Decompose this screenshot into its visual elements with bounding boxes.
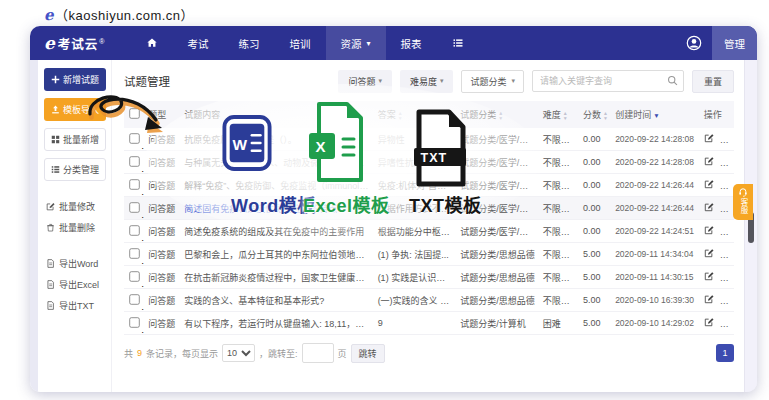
total-prefix: 共	[124, 347, 133, 360]
brand-e-glyph: e	[44, 6, 54, 24]
nav-item-label: 练习	[239, 36, 260, 51]
page-1-button[interactable]: 1	[716, 344, 734, 362]
row-checkbox[interactable]	[129, 317, 139, 327]
sort-icon[interactable]: ▲▼	[563, 111, 568, 120]
svg-text:X: X	[316, 138, 326, 155]
file-icon	[46, 280, 55, 289]
cell-score: 0.00	[579, 128, 611, 151]
search-input[interactable]	[532, 70, 684, 92]
page-size-select[interactable]: 10	[222, 344, 255, 362]
txt-template-icon: TXT	[412, 108, 468, 188]
row-checkbox[interactable]	[129, 271, 139, 281]
cell-question-content[interactable]: 实践的含义、基本特征和基本形式?	[180, 289, 373, 312]
cell-created-time: 2020-09-10 14:29:02	[611, 312, 700, 335]
sidebar-button-batch-add[interactable]: 批量新增	[44, 128, 106, 151]
scrollbar-track[interactable]	[744, 60, 757, 392]
reset-button[interactable]: 重置	[692, 70, 734, 93]
table-row[interactable]: 问答题 在抗击新冠肺炎疫情过程中，国家卫生健康委组织专家对医疗救治... (1)…	[124, 266, 734, 289]
user-avatar-icon[interactable]	[686, 35, 702, 51]
table-row[interactable]: 问答题 有以下程序，若运行时从键盘输入: 18,11，则程序的输出结果是 ...…	[124, 312, 734, 335]
column-header-label: 试题内容	[184, 110, 220, 120]
cell-created-time: 2020-09-10 16:39:30	[611, 289, 700, 312]
nav-item-label: 考试	[188, 36, 209, 51]
sidebar-button-template-import[interactable]: 模板导入	[44, 98, 106, 121]
cell-operations	[700, 174, 734, 197]
cell-question-content[interactable]: 简述免疫系统的组成及其在免疫中的主要作用	[180, 220, 373, 243]
nav-item-home[interactable]	[131, 26, 173, 60]
nav-item-resources[interactable]: 资源▾	[326, 26, 386, 60]
sort-icon[interactable]: ▲▼	[398, 111, 403, 120]
column-header[interactable]: 难度▲▼	[539, 101, 579, 128]
column-header-label: 题型	[148, 110, 166, 120]
question-type-dropdown[interactable]: 问答题▾	[338, 70, 392, 93]
content: 新增试题模板导入批量新增分类管理 批量修改批量删除 导出Word导出Excel导…	[38, 60, 744, 392]
cell-category: 试题分类/医学/免疫学/免...	[456, 220, 539, 243]
cell-question-type: 问答题	[144, 151, 180, 174]
edit-icon[interactable]	[704, 179, 714, 189]
app-logo[interactable]: e 考试云 ®	[44, 33, 105, 53]
table-row[interactable]: 问答题 实践的含义、基本特征和基本形式? (一)实践的含义 实践... 试题分类…	[124, 289, 734, 312]
nav-item-training[interactable]: 培训	[275, 26, 326, 60]
column-header[interactable]: 试题分类▲▼	[456, 101, 539, 128]
customer-service-tab[interactable]: 客服	[733, 184, 753, 220]
cell-category: 试题分类/思想品德	[456, 289, 539, 312]
nav-item-menu[interactable]	[437, 26, 479, 60]
search-icon[interactable]	[667, 75, 678, 86]
svg-text:W: W	[233, 136, 248, 153]
nav-item-reports[interactable]: 报表	[386, 26, 437, 60]
edit-icon[interactable]	[704, 225, 714, 235]
excel-template-icon: X	[306, 101, 366, 185]
sidebar-item-batch-edit[interactable]: 批量修改	[44, 196, 106, 217]
admin-button[interactable]: 管理	[712, 26, 757, 60]
jump-button[interactable]: 跳转	[351, 344, 385, 363]
table-row[interactable]: 问答题 巴黎和会上，瓜分土耳其的中东阿拉伯领地时，法国坚持要占布和... (1)…	[124, 243, 734, 266]
cell-created-time: 2020-09-22 14:26:44	[611, 174, 700, 197]
row-checkbox[interactable]	[129, 248, 139, 258]
jump-page-input[interactable]	[302, 343, 334, 363]
edit-icon[interactable]	[704, 271, 714, 281]
nav-item-practice[interactable]: 练习	[224, 26, 275, 60]
row-checkbox[interactable]	[129, 225, 139, 235]
sidebar-item-export-txt[interactable]: 导出TXT	[44, 295, 106, 316]
column-header[interactable]: 分数▲▼	[579, 101, 611, 128]
edit-icon[interactable]	[704, 317, 714, 327]
sidebar-button-label: 批量新增	[63, 133, 99, 146]
total-mid: 条记录，每页显示	[146, 347, 218, 360]
navbar: e 考试云 ® 考试练习培训资源▾报表 管理	[30, 26, 757, 60]
row-checkbox[interactable]	[129, 294, 139, 304]
cell-question-type: 问答题	[144, 266, 180, 289]
sidebar-item-export-word[interactable]: 导出Word	[44, 253, 106, 274]
sort-icon[interactable]: ▲▼	[498, 111, 503, 120]
cell-created-time: 2020-09-22 14:28:08	[611, 151, 700, 174]
edit-icon[interactable]	[704, 133, 714, 143]
category-dropdown[interactable]: 试题分类▾	[461, 70, 524, 93]
cell-difficulty: 不限难度	[539, 174, 579, 197]
sidebar: 新增试题模板导入批量新增分类管理 批量修改批量删除 导出Word导出Excel导…	[38, 60, 112, 392]
home-icon	[146, 37, 158, 49]
sidebar-button-category-manage[interactable]: 分类管理	[44, 158, 106, 181]
edit-icon[interactable]	[704, 294, 714, 304]
cell-question-content[interactable]: 有以下程序，若运行时从键盘输入: 18,11，则程序的输出结果是 ...	[180, 312, 373, 335]
row-checkbox[interactable]	[129, 179, 139, 189]
sidebar-item-export-excel[interactable]: 导出Excel	[44, 274, 106, 295]
table-row[interactable]: 问答题 简述免疫系统的组成及其在免疫中的主要作用 根据功能分中枢和外... 试题…	[124, 220, 734, 243]
edit-icon[interactable]	[704, 202, 714, 212]
row-checkbox[interactable]	[129, 156, 139, 166]
nav-item-exam[interactable]: 考试	[173, 26, 224, 60]
row-checkbox[interactable]	[129, 202, 139, 212]
select-all-checkbox[interactable]	[129, 108, 139, 118]
sort-desc-icon[interactable]: ▼	[653, 112, 659, 119]
sidebar-item-batch-delete[interactable]: 批量删除	[44, 217, 106, 238]
edit-icon[interactable]	[704, 156, 714, 166]
row-checkbox[interactable]	[129, 133, 139, 143]
column-header[interactable]: 创建时间▼	[611, 101, 700, 128]
sidebar-button-add-question[interactable]: 新增试题	[44, 68, 106, 91]
upload-icon	[51, 105, 60, 114]
sort-icon[interactable]: ▲▼	[603, 111, 608, 120]
cell-operations	[700, 220, 734, 243]
sidebar-item-label: 导出Excel	[59, 278, 99, 291]
cell-question-content[interactable]: 巴黎和会上，瓜分土耳其的中东阿拉伯领地时，法国坚持要占布和...	[180, 243, 373, 266]
edit-icon[interactable]	[704, 248, 714, 258]
difficulty-dropdown[interactable]: 难易度▾	[400, 70, 454, 93]
cell-question-content[interactable]: 在抗击新冠肺炎疫情过程中，国家卫生健康委组织专家对医疗救治...	[180, 266, 373, 289]
